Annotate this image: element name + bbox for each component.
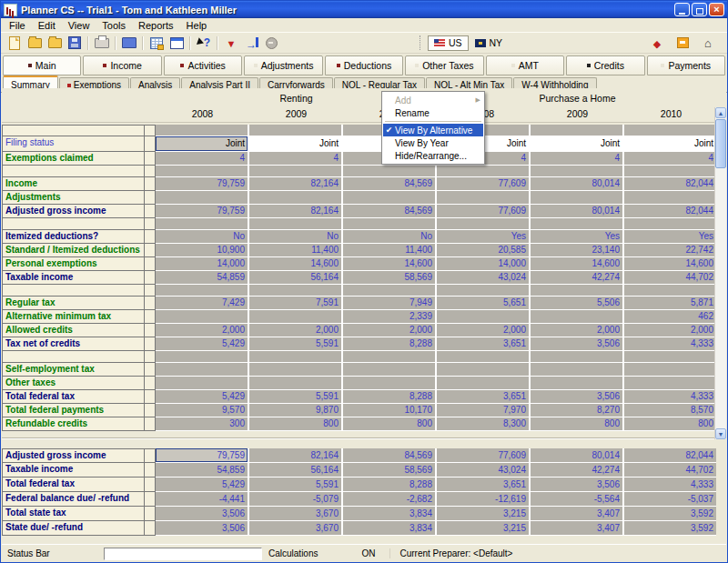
grid-cell[interactable]: 2,000: [437, 324, 529, 337]
red-down-arrow-button[interactable]: [221, 35, 241, 52]
red-dart-button[interactable]: [647, 35, 667, 52]
grid-cell[interactable]: [343, 351, 435, 362]
grid-cell[interactable]: 3,834: [343, 521, 435, 535]
grid-cell[interactable]: 2,000: [531, 324, 622, 337]
grid-cell[interactable]: -12,619: [437, 492, 529, 506]
grid-cell[interactable]: 43,024: [437, 271, 529, 284]
grid-cell[interactable]: 3,834: [343, 507, 435, 520]
grid-cell[interactable]: -2,682: [343, 492, 435, 506]
grid-cell[interactable]: 7,429: [156, 297, 248, 309]
grid-cell[interactable]: 3,506: [531, 337, 622, 350]
grid-cell[interactable]: Yes: [437, 230, 529, 243]
grid-cell[interactable]: [156, 285, 248, 296]
grid-cell[interactable]: 84,569: [343, 205, 435, 217]
open-folder-button[interactable]: [25, 35, 45, 52]
grid-cell[interactable]: 82,044: [624, 177, 716, 190]
open-client-folder-button[interactable]: [45, 35, 65, 52]
grid-cell[interactable]: 4: [624, 152, 716, 165]
grid-cell[interactable]: 58,569: [343, 271, 435, 284]
grid-cell[interactable]: 79,759: [156, 177, 248, 190]
grid-cell[interactable]: Yes: [531, 230, 622, 243]
restore-button[interactable]: [692, 3, 707, 16]
grid-cell[interactable]: 44,702: [624, 463, 716, 477]
grid-cell[interactable]: [624, 351, 716, 362]
tab-amt[interactable]: AMT: [486, 55, 564, 75]
menu-reports[interactable]: Reports: [132, 20, 180, 31]
grid-cell[interactable]: Joint: [156, 136, 248, 151]
tab-deductions[interactable]: Deductions: [325, 55, 403, 75]
save-button[interactable]: [65, 35, 85, 52]
grid-cell[interactable]: 800: [531, 417, 622, 430]
grid-cell[interactable]: 14,000: [156, 257, 248, 270]
grid-cell[interactable]: Joint: [624, 136, 716, 151]
grid-cell[interactable]: 77,609: [437, 448, 529, 462]
grid-cell[interactable]: [156, 218, 248, 229]
book-button[interactable]: [119, 35, 139, 52]
grid-cell[interactable]: 2,000: [249, 324, 341, 337]
grid-cell[interactable]: 3,506: [531, 390, 622, 403]
grid-cell[interactable]: 5,591: [249, 478, 341, 491]
grid-cell[interactable]: [437, 351, 529, 362]
grid-cell[interactable]: [156, 166, 248, 176]
grid-cell[interactable]: 82,164: [249, 448, 341, 462]
grid-cell[interactable]: 7,591: [249, 297, 341, 309]
grid-cell[interactable]: 3,592: [624, 507, 716, 520]
new-document-button[interactable]: [5, 35, 25, 52]
grid-cell[interactable]: 800: [249, 417, 341, 430]
grid-cell[interactable]: 22,742: [624, 244, 716, 256]
grid-cell[interactable]: 8,270: [531, 404, 622, 417]
grid-cell[interactable]: 11,400: [343, 244, 435, 256]
grid-cell[interactable]: [343, 377, 435, 389]
grid-cell[interactable]: [249, 363, 341, 376]
menu-help[interactable]: Help: [180, 20, 214, 31]
grid-cell[interactable]: [624, 363, 716, 376]
grid-cell[interactable]: 58,569: [343, 463, 435, 477]
disabled-circle-button[interactable]: [261, 35, 281, 52]
grid-cell[interactable]: 3,670: [249, 521, 341, 535]
grid-cell[interactable]: 79,759: [156, 448, 248, 462]
grid-cell[interactable]: No: [156, 230, 248, 243]
grid-cell[interactable]: [156, 191, 248, 204]
grid-cell[interactable]: [437, 363, 529, 376]
grid-cell[interactable]: 4,333: [624, 478, 716, 491]
grid-cell[interactable]: -5,037: [624, 492, 716, 506]
grid-cell[interactable]: 82,044: [624, 448, 716, 462]
grid-cell[interactable]: 7,949: [343, 297, 435, 309]
grid-cell[interactable]: 77,609: [437, 205, 529, 217]
grid-cell[interactable]: [343, 363, 435, 376]
grid-cell[interactable]: 44,702: [624, 271, 716, 284]
grid-cell[interactable]: [624, 377, 716, 389]
grid-cell[interactable]: 56,164: [249, 271, 341, 284]
grid-cell[interactable]: 10,900: [156, 244, 248, 256]
grid-cell[interactable]: [249, 218, 341, 229]
grid-cell[interactable]: 77,609: [437, 177, 529, 190]
menu-item-hide-rearrange[interactable]: Hide/Rearrange...: [383, 149, 483, 162]
grid-cell[interactable]: 5,429: [156, 478, 248, 491]
grid-cell[interactable]: 3,215: [437, 507, 529, 520]
grid-cell[interactable]: Joint: [249, 136, 341, 151]
grid-cell[interactable]: [156, 351, 248, 362]
grid-cell[interactable]: 4,333: [624, 390, 716, 403]
grid-cell[interactable]: 800: [343, 417, 435, 430]
grid-cell[interactable]: [531, 285, 622, 296]
grid-cell[interactable]: 42,274: [531, 271, 622, 284]
grid-cell[interactable]: 3,670: [249, 507, 341, 520]
grid-cell[interactable]: 14,600: [531, 257, 622, 270]
grid-cell[interactable]: 3,407: [531, 507, 622, 520]
year-header[interactable]: 2010: [625, 106, 717, 122]
grid-cell[interactable]: [249, 310, 341, 323]
tab-main[interactable]: Main: [3, 55, 81, 75]
grid-cell[interactable]: [156, 125, 248, 136]
grid-cell[interactable]: [531, 351, 622, 362]
ny-button[interactable]: NY: [469, 35, 510, 51]
grid-cell[interactable]: 9,570: [156, 404, 248, 417]
grid-cell[interactable]: [156, 377, 248, 389]
grid-cell[interactable]: [437, 377, 529, 389]
grid-cell[interactable]: 7,970: [437, 404, 529, 417]
grid-cell[interactable]: 56,164: [249, 463, 341, 477]
year-header[interactable]: 2008: [157, 106, 248, 122]
grid-cell[interactable]: 5,591: [249, 390, 341, 403]
tab-income[interactable]: Income: [83, 55, 161, 75]
grid-cell[interactable]: 5,591: [249, 337, 341, 350]
grid-cell[interactable]: 462: [624, 310, 716, 323]
